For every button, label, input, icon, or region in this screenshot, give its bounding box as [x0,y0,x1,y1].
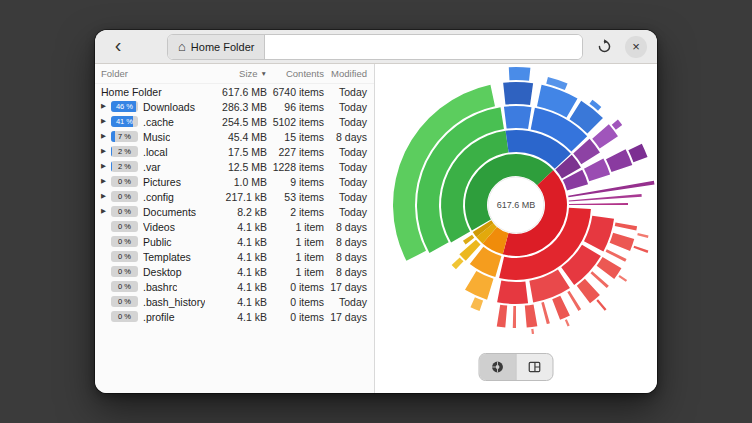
table-row[interactable]: 0 %Public4.1 kB1 item8 days [95,234,374,249]
modified-cell: Today [324,191,374,203]
table-row[interactable]: 0 %.bashrc4.1 kB0 items17 days [95,279,374,294]
usage-percent-label: 0 % [111,236,138,247]
chart-segment[interactable] [615,223,637,231]
usage-percent-badge: 41 % [111,116,138,127]
treemap-view-button[interactable] [516,354,553,380]
table-row[interactable]: ▶0 %Documents8.2 kB2 itemsToday [95,204,374,219]
chart-segment[interactable] [509,67,531,81]
column-size[interactable]: Size▼ [207,68,267,79]
table-row[interactable]: ▶2 %.local17.5 MB227 itemsToday [95,144,374,159]
chart-segment[interactable] [504,106,532,129]
size-cell: 4.1 kB [207,266,267,278]
chart-segment[interactable] [606,149,632,172]
chart-segment[interactable] [552,296,570,320]
chart-segment[interactable] [633,246,648,253]
expander-icon[interactable]: ▶ [101,178,111,185]
usage-percent-label: 2 % [111,161,138,172]
view-switcher [479,353,554,381]
disk-usage-analyzer-window: ‹ ⌂ Home Folder × Folder [95,30,657,393]
close-button[interactable]: × [625,36,647,58]
column-contents[interactable]: Contents [267,68,324,79]
chart-segment[interactable] [610,233,635,251]
table-row[interactable]: 0 %.profile4.1 kB0 items17 days [95,309,374,324]
chart-segment[interactable] [503,82,533,105]
usage-percent-badge: 2 % [111,161,138,172]
usage-percent-badge: 0 % [111,251,138,262]
contents-cell: 1228 items [267,161,324,173]
rings-chart-icon [491,360,505,374]
modified-cell: Today [324,206,374,218]
expander-icon[interactable]: ▶ [101,193,111,200]
expander-icon[interactable]: ▶ [101,103,111,110]
size-cell: 45.4 MB [207,131,267,143]
modified-cell: 8 days [324,221,374,233]
table-row[interactable]: ▶2 %.var12.5 MB1228 itemsToday [95,159,374,174]
table-row[interactable]: ▶0 %.config217.1 kB53 itemsToday [95,189,374,204]
chart-pane: 617.6 MB [375,64,657,393]
column-folder[interactable]: Folder [95,68,207,79]
home-folder-button[interactable]: ⌂ Home Folder [168,35,265,59]
chart-segment[interactable] [628,144,647,163]
chart-segment[interactable] [567,291,581,311]
table-row[interactable]: ▶46 %Downloads286.3 MB96 itemsToday [95,99,374,114]
folder-name: .profile [143,311,175,323]
chart-segment[interactable] [541,302,550,324]
chart-center-label: 617.6 MB [497,200,536,210]
usage-percent-badge: 0 % [111,266,138,277]
usage-percent-label: 0 % [111,251,138,262]
table-row[interactable]: ▶0 %Pictures1.0 MB9 itemsToday [95,174,374,189]
chart-segment[interactable] [525,304,538,327]
expander-icon[interactable]: ▶ [101,148,111,155]
chart-segment[interactable] [465,271,493,300]
chart-segment[interactable] [618,275,627,282]
chart-segment[interactable] [584,159,610,182]
usage-percent-label: 0 % [111,281,138,292]
location-input[interactable] [265,35,582,59]
expander-icon[interactable]: ▶ [101,133,111,140]
table-row[interactable]: 0 %Templates4.1 kB1 item8 days [95,249,374,264]
size-cell: 4.1 kB [207,296,267,308]
contents-cell: 6740 items [267,86,324,98]
refresh-button[interactable] [591,34,617,60]
table-row[interactable]: ▶7 %Music45.4 MB15 items8 days [95,129,374,144]
contents-cell: 96 items [267,101,324,113]
expander-icon[interactable]: ▶ [101,208,111,215]
rings-view-button[interactable] [480,354,516,380]
expander-icon[interactable]: ▶ [101,118,111,125]
chart-segment[interactable] [577,279,600,303]
column-modified[interactable]: Modified [324,68,374,79]
chart-segment[interactable] [590,271,608,288]
size-cell: 617.6 MB [207,86,267,98]
size-cell: 17.5 MB [207,146,267,158]
chart-segment[interactable] [592,124,618,148]
chart-segment[interactable] [606,249,627,262]
chart-segment[interactable] [597,257,622,279]
contents-cell: 2 items [267,206,324,218]
back-button[interactable]: ‹ [105,34,131,60]
chart-segment[interactable] [497,305,507,328]
chart-segment[interactable] [531,329,534,334]
expander-icon[interactable]: ▶ [101,163,111,170]
table-row[interactable]: 0 %.bash_history4.1 kB0 itemsToday [95,294,374,309]
modified-cell: Today [324,116,374,128]
chart-segment[interactable] [612,120,622,130]
table-row[interactable]: 0 %Desktop4.1 kB1 item8 days [95,264,374,279]
chart-segment[interactable] [452,258,464,270]
folder-name: Documents [143,206,196,218]
modified-cell: 8 days [324,266,374,278]
folder-name: .var [143,161,161,173]
chart-segment[interactable] [565,319,570,326]
chart-segment[interactable] [596,299,606,310]
table-row[interactable]: 0 %Videos4.1 kB1 item8 days [95,219,374,234]
chart-segment[interactable] [569,203,628,205]
folder-name: Music [143,131,170,143]
table-header: Folder Size▼ Contents Modified [95,64,374,84]
table-row[interactable]: ▶41 %.cache254.5 MB5102 itemsToday [95,114,374,129]
chart-segment[interactable] [513,306,516,328]
folder-name: .config [143,191,174,203]
chart-segment[interactable] [497,281,528,304]
chart-segment[interactable] [637,233,648,238]
folder-name: Videos [143,221,175,233]
chart-segment[interactable] [470,297,483,311]
table-row[interactable]: Home Folder617.6 MB6740 itemsToday [95,84,374,99]
